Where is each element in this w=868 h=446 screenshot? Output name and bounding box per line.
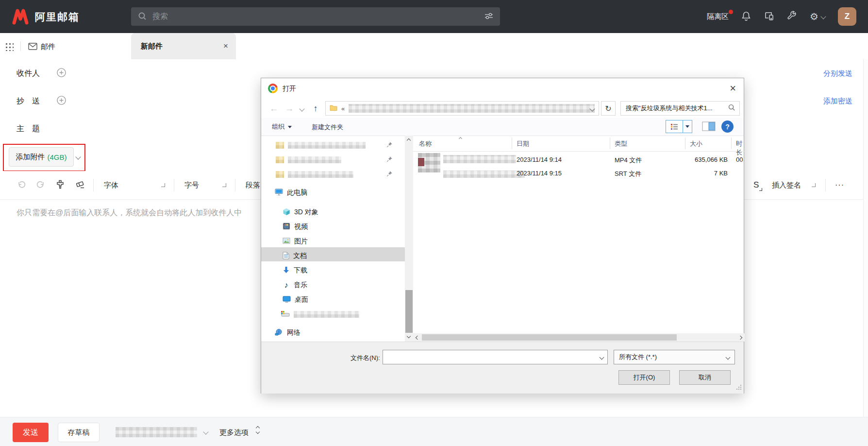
view-mode-dropdown[interactable] (683, 120, 692, 133)
sidebar-scrollbar[interactable] (405, 136, 413, 342)
pinned-folder-redacted[interactable] (276, 168, 402, 181)
format-painter-icon[interactable] (55, 180, 65, 191)
wrench-icon[interactable] (787, 11, 797, 22)
help-button[interactable]: ? (721, 120, 734, 133)
pinned-folder-redacted[interactable] (276, 138, 402, 152)
chevron-down-icon[interactable] (222, 183, 226, 187)
filter-icon[interactable] (484, 12, 493, 21)
column-type[interactable]: 类型 (615, 139, 627, 148)
font-size-select[interactable]: 字号 (184, 181, 199, 190)
organize-label: 组织 (272, 122, 284, 131)
chevron-down-icon (820, 14, 826, 19)
resize-grip[interactable] (736, 384, 742, 392)
app-root: 阿里邮箱 隔离区 ⚙ Z 邮件 新邮件 × (0, 0, 868, 446)
filename-combo[interactable] (383, 350, 608, 364)
organize-menu[interactable]: 组织 (272, 122, 292, 131)
more-options-button[interactable]: 更多选项 (219, 428, 249, 437)
signature-icon[interactable]: S (753, 180, 759, 190)
close-icon[interactable]: × (223, 41, 228, 51)
more-tools-button[interactable]: ··· (835, 181, 844, 189)
pinned-folder-redacted[interactable] (276, 153, 402, 167)
add-cc-icon[interactable] (56, 95, 67, 107)
file-size: 7 KB (685, 170, 728, 177)
column-date[interactable]: 日期 (517, 139, 529, 148)
sidebar-item-downloads[interactable]: 下载 (283, 264, 307, 277)
font-family-select[interactable]: 字体 (104, 181, 118, 190)
column-size[interactable]: 大小 (690, 139, 702, 148)
sidebar-item-pictures[interactable]: 图片 (283, 235, 308, 248)
send-separately-link[interactable]: 分别发送 (823, 69, 852, 78)
add-bcc-link[interactable]: 添加密送 (823, 96, 852, 105)
open-button[interactable]: 打开(O) (618, 370, 670, 385)
sidebar-item-3d-objects[interactable]: 3D 对象 (283, 206, 318, 219)
chevron-down-icon[interactable] (161, 183, 165, 187)
close-icon[interactable]: × (730, 82, 736, 95)
up-icon[interactable]: ↑ (310, 101, 321, 116)
address-bar[interactable]: « (325, 101, 599, 116)
sidebar-item-music[interactable]: ♪ 音乐 (283, 278, 307, 292)
scrollbar-thumb[interactable] (422, 334, 677, 341)
dialog-search-box[interactable] (620, 101, 740, 116)
refresh-button[interactable]: ↻ (601, 101, 616, 116)
apps-grid-icon[interactable] (5, 42, 14, 51)
forward-icon[interactable]: → (284, 101, 295, 116)
save-draft-button[interactable]: 存草稿 (58, 423, 100, 442)
sidebar-item-videos[interactable]: 视频 (283, 220, 308, 234)
filetype-select[interactable]: 所有文件 (*.*) (614, 350, 735, 364)
back-icon[interactable]: ← (268, 101, 280, 116)
chevron-down-icon[interactable] (299, 106, 304, 111)
sidebar-item-documents[interactable]: 文档 (283, 249, 307, 263)
page-scrollbar[interactable] (863, 59, 868, 417)
chevron-down-icon[interactable] (75, 154, 81, 159)
dialog-search-input[interactable] (625, 104, 728, 113)
chevron-down-icon (726, 355, 731, 360)
add-attachment-button[interactable]: 添加附件 (4GB) (9, 147, 74, 167)
send-button[interactable]: 发送 (13, 423, 49, 442)
paragraph-select[interactable]: 段落 (246, 181, 260, 190)
network-icon (275, 328, 283, 337)
sidebar-item-drive-redacted[interactable] (281, 308, 359, 321)
sender-address-redacted[interactable] (116, 427, 197, 437)
view-mode-button[interactable] (666, 120, 683, 133)
undo-icon[interactable] (17, 180, 26, 191)
pin-icon (386, 171, 393, 178)
topbar: 阿里邮箱 隔离区 ⚙ Z (0, 0, 868, 33)
scroll-down-icon[interactable] (407, 334, 411, 338)
cancel-button[interactable]: 取消 (679, 370, 731, 385)
chevron-down-icon[interactable] (203, 429, 208, 434)
horizontal-scrollbar[interactable] (413, 333, 745, 342)
file-thumbnail-redacted (418, 153, 440, 172)
sidebar-item-this-pc[interactable]: 此电脑 (275, 186, 307, 200)
tab-new-mail[interactable]: 新邮件 × (131, 33, 236, 59)
add-recipient-icon[interactable] (56, 68, 67, 79)
body-placeholder[interactable]: 你只需要在@后面输入联系人，系统就会自动将此人加到收件人中 (17, 208, 242, 218)
divider (93, 179, 94, 191)
dialog-titlebar[interactable]: 打开 × (261, 78, 744, 99)
column-duration[interactable]: 时长 (736, 139, 745, 157)
search-input[interactable] (151, 12, 484, 21)
eraser-icon[interactable] (75, 180, 85, 191)
scroll-left-icon[interactable] (416, 336, 419, 340)
scroll-right-icon[interactable] (738, 336, 742, 340)
file-type: SRT 文件 (615, 170, 641, 178)
redo-icon[interactable] (36, 180, 46, 191)
scrollbar-thumb[interactable] (405, 290, 413, 333)
preview-pane-icon[interactable] (702, 121, 716, 133)
scroll-up-icon[interactable] (407, 138, 411, 142)
sidebar-item-desktop[interactable]: 桌面 (283, 293, 308, 307)
avatar[interactable]: Z (838, 7, 856, 26)
devices-icon[interactable] (764, 11, 774, 23)
mail-nav-label[interactable]: 邮件 (41, 42, 55, 51)
insert-signature-button[interactable]: 插入签名 (772, 181, 801, 190)
quarantine-link[interactable]: 隔离区 (707, 12, 729, 21)
settings-menu[interactable]: ⚙ (810, 11, 825, 22)
filename-input[interactable] (387, 353, 600, 361)
file-date: 2023/11/14 9:15 (517, 170, 562, 177)
chevron-down-icon[interactable] (812, 183, 816, 187)
bell-icon[interactable] (741, 11, 751, 23)
global-search[interactable] (131, 7, 500, 26)
column-name[interactable]: 名称 (419, 139, 432, 148)
address-chevrons[interactable]: « (341, 105, 345, 112)
new-folder-button[interactable]: 新建文件夹 (312, 123, 343, 132)
sidebar-item-network[interactable]: 网络 (275, 326, 300, 340)
